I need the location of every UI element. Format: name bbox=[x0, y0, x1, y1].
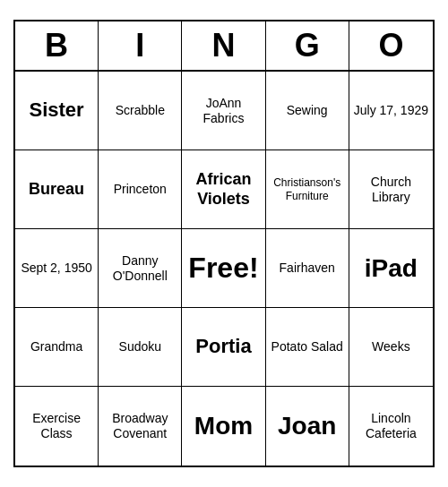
bingo-cell: Sewing bbox=[266, 72, 349, 150]
cell-content: Broadway Covenant bbox=[102, 411, 177, 441]
cell-content: Sept 2, 1950 bbox=[21, 261, 91, 276]
header-letter: G bbox=[266, 21, 349, 70]
bingo-cell: Exercise Class bbox=[15, 387, 99, 466]
cell-content: Princeton bbox=[114, 182, 167, 197]
header-letter: I bbox=[99, 21, 182, 70]
bingo-cell: Danny O'Donnell bbox=[99, 229, 182, 308]
cell-content: Bureau bbox=[29, 180, 84, 200]
header-letter: N bbox=[182, 21, 265, 70]
bingo-card: BINGO SisterScrabbleJoAnn FabricsSewingJ… bbox=[13, 20, 435, 467]
bingo-cell: Free! bbox=[182, 229, 265, 308]
bingo-cell: Sept 2, 1950 bbox=[15, 229, 99, 308]
bingo-cell: Christianson's Furniture bbox=[266, 150, 349, 229]
cell-content: Christianson's Furniture bbox=[270, 176, 345, 202]
header-letter: B bbox=[15, 21, 99, 70]
bingo-cell: JoAnn Fabrics bbox=[182, 72, 265, 150]
bingo-cell: iPad bbox=[349, 229, 433, 308]
cell-content: iPad bbox=[365, 253, 418, 284]
bingo-cell: Church Library bbox=[349, 150, 433, 229]
header-letter: O bbox=[349, 21, 433, 70]
cell-content: Lincoln Cafeteria bbox=[353, 411, 429, 441]
cell-content: Danny O'Donnell bbox=[102, 253, 177, 284]
cell-content: Church Library bbox=[353, 175, 429, 205]
bingo-cell: Scrabble bbox=[99, 72, 182, 150]
bingo-cell: Mom bbox=[182, 387, 265, 466]
bingo-cell: Sudoku bbox=[99, 308, 182, 387]
bingo-header: BINGO bbox=[15, 21, 433, 72]
cell-content: Free! bbox=[188, 251, 258, 285]
cell-content: Scrabble bbox=[116, 103, 165, 118]
cell-content: Sewing bbox=[287, 103, 328, 118]
cell-content: Joan bbox=[278, 411, 336, 441]
bingo-cell: Sister bbox=[15, 72, 99, 150]
bingo-cell: Joan bbox=[266, 387, 349, 466]
cell-content: Sister bbox=[30, 98, 84, 122]
bingo-cell: Bureau bbox=[15, 150, 99, 229]
bingo-cell: Broadway Covenant bbox=[99, 387, 182, 466]
bingo-cell: Grandma bbox=[15, 308, 99, 387]
cell-content: Sudoku bbox=[119, 339, 161, 355]
cell-content: July 17, 1929 bbox=[354, 103, 428, 118]
bingo-cell: Princeton bbox=[99, 150, 182, 229]
cell-content: Exercise Class bbox=[19, 411, 94, 441]
bingo-cell: Lincoln Cafeteria bbox=[349, 387, 433, 466]
bingo-cell: July 17, 1929 bbox=[349, 72, 433, 150]
bingo-cell: African Violets bbox=[182, 150, 265, 229]
cell-content: Portia bbox=[195, 335, 251, 358]
bingo-grid: SisterScrabbleJoAnn FabricsSewingJuly 17… bbox=[15, 72, 433, 466]
bingo-cell: Potato Salad bbox=[266, 308, 349, 387]
cell-content: Fairhaven bbox=[280, 261, 335, 276]
cell-content: African Violets bbox=[185, 170, 261, 209]
bingo-cell: Fairhaven bbox=[266, 229, 349, 308]
cell-content: Potato Salad bbox=[271, 339, 343, 355]
bingo-cell: Portia bbox=[182, 308, 265, 387]
cell-content: Grandma bbox=[30, 339, 82, 355]
cell-content: JoAnn Fabrics bbox=[185, 96, 261, 126]
cell-content: Mom bbox=[194, 411, 253, 441]
bingo-cell: Weeks bbox=[349, 308, 433, 387]
cell-content: Weeks bbox=[372, 339, 410, 355]
